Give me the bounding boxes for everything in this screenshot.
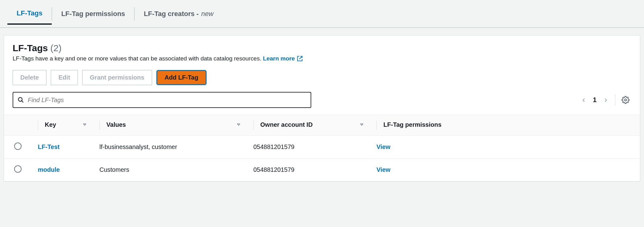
description-text: LF-Tags have a key and one or more value… (13, 55, 261, 62)
tab-creators-label: LF-Tag creators - (144, 10, 199, 18)
svg-marker-3 (83, 124, 86, 125)
column-values-label: Values (107, 121, 126, 128)
column-permissions-label: LF-Tag permissions (384, 121, 442, 128)
triangle-down-icon (359, 122, 364, 127)
page-number: 1 (593, 96, 597, 104)
search-box[interactable] (13, 92, 311, 108)
gear-icon (622, 96, 630, 104)
search-input[interactable] (28, 97, 306, 104)
svg-marker-5 (360, 124, 363, 125)
page-title: LF-Tags (13, 43, 48, 53)
item-count: (2) (50, 43, 62, 53)
external-link-icon (297, 56, 303, 62)
search-row: 1 (4, 88, 640, 110)
tabs-bar: LF-Tags LF-Tag permissions LF-Tag creato… (0, 0, 644, 28)
action-bar: Delete Edit Grant permissions Add LF-Tag (4, 66, 640, 88)
column-permissions: LF-Tag permissions (370, 115, 640, 136)
view-link[interactable]: View (376, 143, 390, 150)
new-badge: new (201, 10, 213, 18)
next-page-button[interactable] (603, 97, 609, 103)
learn-more-label: Learn more (263, 55, 295, 62)
column-select (4, 115, 32, 136)
sort-icon[interactable] (236, 121, 241, 128)
learn-more-link[interactable]: Learn more (263, 55, 303, 62)
settings-button[interactable] (622, 96, 630, 104)
chevron-left-icon (581, 97, 587, 103)
tab-lf-tags[interactable]: LF-Tags (7, 3, 52, 25)
prev-page-button[interactable] (581, 97, 587, 103)
edit-button[interactable]: Edit (51, 70, 78, 85)
lf-tags-panel: LF-Tags (2) LF-Tags have a key and one o… (4, 35, 640, 182)
column-key-label: Key (45, 121, 56, 128)
view-link[interactable]: View (376, 166, 390, 173)
svg-point-2 (625, 99, 627, 101)
table-row: LF-Test lf-businessanalyst, customer 054… (4, 136, 640, 159)
column-values[interactable]: Values (93, 115, 247, 136)
row-select-radio[interactable] (14, 142, 22, 150)
triangle-down-icon (82, 122, 87, 127)
svg-marker-4 (237, 124, 240, 125)
pagination: 1 (581, 94, 631, 105)
owner-cell: 054881201579 (253, 166, 294, 173)
sort-icon[interactable] (82, 121, 87, 128)
pager-separator (615, 94, 615, 105)
chevron-right-icon (603, 97, 609, 103)
add-lf-tag-button[interactable]: Add LF-Tag (156, 70, 207, 85)
panel-header: LF-Tags (2) LF-Tags have a key and one o… (4, 35, 640, 66)
column-owner-label: Owner account ID (260, 121, 313, 128)
table-row: module Customers 054881201579 View (4, 159, 640, 181)
values-cell: lf-businessanalyst, customer (99, 143, 177, 150)
owner-cell: 054881201579 (253, 143, 294, 150)
values-cell: Customers (99, 166, 129, 173)
key-link[interactable]: module (38, 166, 60, 173)
column-key[interactable]: Key (32, 115, 93, 136)
tab-lf-tag-permissions[interactable]: LF-Tag permissions (52, 4, 134, 24)
tab-lf-tag-creators[interactable]: LF-Tag creators - new (135, 4, 223, 24)
svg-line-1 (22, 101, 23, 102)
sort-icon[interactable] (359, 121, 364, 128)
svg-point-0 (18, 97, 22, 101)
key-link[interactable]: LF-Test (38, 143, 60, 150)
delete-button[interactable]: Delete (13, 70, 46, 85)
column-owner[interactable]: Owner account ID (247, 115, 370, 136)
triangle-down-icon (236, 122, 241, 127)
row-select-radio[interactable] (14, 165, 22, 173)
search-icon (18, 97, 24, 103)
grant-permissions-button[interactable]: Grant permissions (82, 70, 152, 85)
lf-tags-table: Key Values Owner account ID (4, 115, 640, 181)
